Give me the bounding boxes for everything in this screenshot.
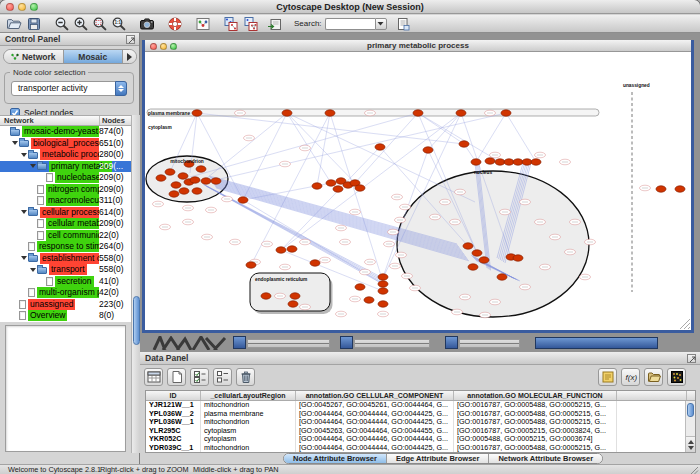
toggle-control-panel-icon[interactable] [223, 16, 239, 32]
graph-node[interactable] [261, 293, 271, 299]
expander-icon[interactable] [20, 256, 28, 260]
table-scrollbar-thumb[interactable] [687, 403, 694, 417]
graph-node[interactable] [522, 159, 532, 165]
graph-node[interactable] [463, 243, 473, 249]
expander-icon[interactable] [20, 210, 28, 214]
minimized-frame-icon[interactable] [233, 336, 246, 349]
graph-node[interactable] [468, 264, 478, 270]
snapshot-camera-icon[interactable] [139, 16, 155, 32]
tab-network[interactable]: Network [4, 50, 64, 63]
graph-node[interactable] [513, 255, 523, 261]
graph-node[interactable] [364, 297, 374, 303]
graph-node[interactable] [276, 247, 286, 253]
tab-network-attribute-browser[interactable]: Network Attribute Browser [489, 454, 602, 463]
tree-row-response-to-stimulu[interactable]: response to stimulu264(0) [0, 241, 131, 253]
graph-node[interactable] [378, 274, 388, 280]
delete-attribute-trash-icon[interactable] [236, 368, 255, 386]
graph-node[interactable] [479, 257, 489, 263]
tree-row-overview[interactable]: Overview8(0) [0, 310, 131, 322]
graph-node[interactable] [192, 188, 202, 194]
graph-node[interactable] [326, 180, 336, 186]
tree-row-unassigned[interactable]: unassigned223(0) [0, 299, 131, 311]
expander-icon[interactable] [20, 153, 28, 157]
tab-overflow-button[interactable] [123, 50, 136, 63]
graph-node[interactable] [471, 159, 481, 165]
graph-node[interactable] [375, 144, 385, 150]
select-attributes-icon[interactable] [144, 368, 163, 386]
tab-mosaic[interactable]: Mosaic [64, 50, 124, 63]
zoom-fit-icon[interactable]: 1:1 [111, 16, 127, 32]
graph-node[interactable] [310, 260, 320, 266]
tree-row-nitrogen-compo[interactable]: nitrogen compo209(0) [0, 184, 131, 196]
scroll-down-icon[interactable] [688, 446, 694, 450]
graph-node[interactable] [485, 158, 495, 164]
graph-node[interactable] [472, 250, 482, 256]
column-header[interactable]: annotation.GO MOLECULAR_FUNCTION [454, 391, 617, 400]
import-attributes-folder-icon[interactable] [644, 368, 663, 386]
graph-node[interactable] [513, 159, 523, 165]
graph-node[interactable] [178, 173, 188, 179]
tree-row-cellular-metabo[interactable]: cellular metabo209(0) [0, 218, 131, 230]
tab-node-attribute-browser[interactable]: Node Attribute Browser [284, 454, 387, 463]
table-row[interactable]: YPL036W__2plasma membrane[GO:0044464, GO… [146, 410, 695, 419]
tree-row-cell-communicat[interactable]: cell communicat22(0) [0, 230, 131, 242]
graph-node[interactable] [287, 246, 297, 252]
graph-node[interactable] [165, 169, 175, 175]
label-notes-icon[interactable] [598, 368, 617, 386]
network-overview-icon[interactable] [195, 16, 211, 32]
graph-node[interactable] [211, 178, 221, 184]
graph-node[interactable] [246, 262, 256, 268]
graph-node[interactable] [501, 110, 511, 116]
node-color-dropdown[interactable]: transporter activity [11, 81, 127, 96]
minimized-frame-icon[interactable] [445, 336, 458, 349]
graph-node[interactable] [290, 293, 300, 299]
function-builder-icon[interactable]: f(x) [621, 368, 640, 386]
create-attribute-icon[interactable] [167, 368, 186, 386]
unselect-all-attributes-icon[interactable] [213, 368, 232, 386]
graph-node[interactable] [169, 191, 179, 197]
graph-node[interactable] [495, 159, 505, 165]
table-row[interactable]: YLR295Ccytoplasm[GO:0045263, GO:0044464,… [146, 427, 695, 436]
resize-grip-icon[interactable] [690, 466, 699, 474]
graph-node[interactable] [456, 110, 466, 116]
graph-node[interactable] [238, 197, 248, 203]
table-row[interactable]: YJR121W__1mitochondrion[GO:0045267, GO:0… [146, 401, 695, 410]
help-lifering-icon[interactable] [167, 16, 183, 32]
tree-row-establishment-of-lo[interactable]: establishment of lo558(0) [0, 253, 131, 265]
expander-icon[interactable] [11, 141, 19, 145]
graph-node[interactable] [156, 175, 166, 181]
control-panel-scrollbar[interactable] [131, 115, 140, 453]
import-network-icon[interactable] [267, 16, 283, 32]
table-row[interactable]: YDR039C__1mitochondrion[GO:0044464, GO:0… [146, 444, 695, 453]
zoom-out-icon[interactable] [54, 16, 70, 32]
tree-row-nucleobase-[interactable]: nucleobase-209(0) [0, 172, 131, 184]
expander-icon[interactable] [29, 268, 37, 272]
network-canvas[interactable]: plasma membranecytoplasmmitochondrionnuc… [145, 52, 691, 329]
expander-icon[interactable] [29, 164, 37, 168]
matrix-icon[interactable] [667, 368, 686, 386]
toggle-data-panel-icon[interactable] [243, 16, 259, 32]
open-file-icon[interactable] [6, 16, 22, 32]
graph-node[interactable] [171, 182, 181, 188]
graph-node[interactable] [378, 301, 388, 307]
table-row[interactable]: YKR052Ccytoplasm[GO:0044464, GO:0044446,… [146, 435, 695, 444]
graph-node[interactable] [192, 110, 202, 116]
save-session-icon[interactable] [26, 16, 42, 32]
search-input[interactable] [325, 18, 375, 30]
table-scrollbar-arrows[interactable] [686, 436, 695, 452]
zoom-selected-icon[interactable] [92, 16, 108, 32]
column-header[interactable]: annotation.GO CELLULAR_COMPONENT [296, 391, 454, 400]
network-view-titlebar[interactable]: primary metabolic process [145, 40, 691, 52]
document-icon[interactable] [395, 16, 411, 32]
graph-node[interactable] [378, 288, 388, 294]
tree-row-transport[interactable]: transport558(0) [0, 264, 131, 276]
graph-node[interactable] [312, 183, 322, 189]
graph-node[interactable] [497, 274, 507, 280]
float-data-panel-icon[interactable] [687, 354, 696, 363]
network-view-window[interactable]: primary metabolic process plasma membran… [142, 40, 694, 333]
tab-edge-attribute-browser[interactable]: Edge Attribute Browser [387, 454, 489, 463]
graph-node[interactable] [378, 281, 388, 287]
scroll-up-icon[interactable] [688, 440, 694, 444]
column-header[interactable] [617, 391, 687, 400]
graph-node[interactable] [413, 110, 423, 116]
